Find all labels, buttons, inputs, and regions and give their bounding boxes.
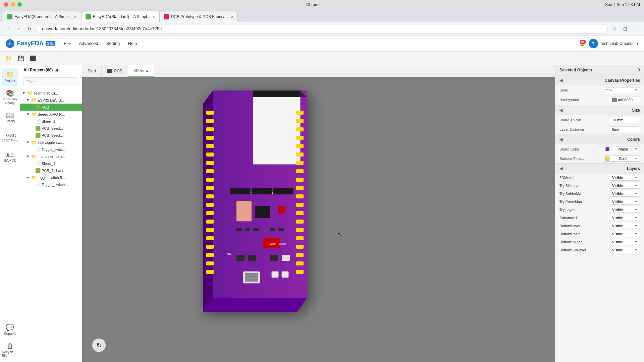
tab-pcb-label: PCB (114, 69, 122, 73)
menu-advanced[interactable]: Advanced (75, 40, 102, 47)
tree-item-toggle-switch[interactable]: 📄 Toggle_switc... (20, 146, 82, 153)
tab-3dview[interactable]: 3D View (128, 65, 154, 77)
tree-label-sheet1b: Sheet_1 (42, 162, 55, 166)
toolbar-open-button[interactable]: 📁 (4, 54, 13, 63)
project-filter-input[interactable] (23, 77, 78, 86)
colors-section: ◀ Colors Board Color Purple ▼ Surface Fi… (555, 134, 644, 164)
project-tree: ▼ 📁 Technolab Cr... ▼ 📁 ESP32 DEV B... 🟩… (20, 88, 82, 362)
layer-select-toplayer[interactable]: Visible ▼ (610, 207, 640, 213)
background-value[interactable]: #808080 (610, 97, 640, 103)
tree-item-toggleswitch5[interactable]: ▼ 📁 toggle switch 5... (20, 174, 82, 181)
jlcpcb-icon: JLC (6, 153, 14, 158)
canvas-properties-header[interactable]: ◀ Canvas Properties (555, 75, 644, 85)
layers-header[interactable]: ◀ Layers (555, 164, 644, 174)
sidebar-item-library[interactable]: 📖 Library (2, 108, 18, 127)
project-icon: 📁 (6, 71, 14, 78)
reload-button[interactable]: ↻ (25, 25, 34, 33)
back-button[interactable]: ‹ (4, 25, 12, 33)
svg-rect-23 (206, 236, 214, 240)
minimize-window-button[interactable] (11, 2, 15, 7)
surface-finish-select[interactable]: Gold ▼ (603, 156, 640, 162)
svg-rect-38 (296, 194, 304, 198)
menu-button[interactable]: ⋮ (632, 25, 640, 33)
units-label: Units (559, 88, 568, 92)
layer-select-substrate1[interactable]: Visible ▼ (610, 215, 640, 221)
url-input[interactable]: easyeda.com/editor#id=dacf1330207343fea2… (36, 24, 608, 34)
layer-arrow-topsolderma: ▼ (635, 192, 638, 195)
layer-distance-value[interactable]: 0mm (610, 126, 640, 132)
sidebar-item-recycle[interactable]: 🗑 Recycle Bin (2, 341, 18, 359)
layer-arrow-substrate1: ▼ (635, 216, 638, 220)
tree-item-555toggle[interactable]: ▼ 📁 555 toggle swi... (20, 139, 82, 146)
panel-search[interactable] (20, 75, 82, 88)
layer-value-topsolderma: Visible (612, 192, 623, 196)
layer-select-bottomsilk[interactable]: Visible ▼ (610, 247, 640, 253)
selected-objects-header[interactable]: Selected Objects 0 (555, 65, 644, 75)
layer-select-topsilk[interactable]: Visible ▼ (610, 183, 640, 189)
tree-item-4channel[interactable]: ▼ 📁 4 channel hom... (20, 153, 82, 160)
sidebar-label-support: Support (4, 332, 16, 336)
units-select[interactable]: mm ▼ (603, 87, 640, 93)
colors-header[interactable]: ◀ Colors (555, 134, 644, 144)
maximize-window-button[interactable] (17, 2, 22, 7)
svg-rect-15 (206, 169, 214, 173)
forward-button[interactable]: › (15, 25, 23, 33)
bookmark-button[interactable]: ☆ (610, 25, 619, 33)
sidebar-item-jlcpcb[interactable]: JLC JLCPCB (2, 148, 18, 167)
panel-filter-icon[interactable]: ⊞ (55, 68, 58, 72)
tab-close-2[interactable]: × (152, 14, 155, 19)
board-thickness-value[interactable]: 1.6mm (610, 117, 640, 123)
menu-file[interactable]: File (60, 40, 74, 47)
chrome-tab-3[interactable]: PCB Prototype & PCB Fabrica... × (159, 11, 238, 22)
user-info[interactable]: T Technolab Creation ▾ (589, 39, 639, 48)
logo-icon: E (5, 39, 15, 48)
sidebar-item-support[interactable]: 💬 Support (2, 320, 18, 339)
toolbar-layers-button[interactable]: ⬛ (28, 54, 38, 63)
layer-select-3dmodel[interactable]: Visible ▼ (610, 175, 640, 181)
chrome-tab-1[interactable]: EasyEDA(Standard) – A Simpl... × (3, 11, 81, 22)
menu-help[interactable]: Help (124, 40, 140, 47)
layer-row-substrate1: Substrate1 Visible ▼ (555, 214, 644, 222)
sidebar-item-lcsc[interactable]: LGSC LCSC Parts (2, 128, 18, 147)
tree-item-toggleswitchl[interactable]: 📄 Toggle_switchL... (20, 181, 82, 188)
svg-rect-27 (206, 270, 214, 274)
new-tab-button[interactable]: + (239, 12, 249, 22)
tree-item-sheet1b[interactable]: 📄 Sheet_1 (20, 160, 82, 167)
tree-item-seeed[interactable]: ▼ 📁 Seeed XIAO R... (20, 111, 82, 118)
tree-item-pcbseed2[interactable]: 🟩 PCB_Seed... (20, 132, 82, 139)
tree-item-pcb4chan[interactable]: 🟩 PCB_4 chann... (20, 167, 82, 174)
layer-select-bottomsolder[interactable]: Visible ▼ (610, 239, 640, 245)
tree-item-sheet1[interactable]: 📄 Sheet_1 (20, 118, 82, 125)
tree-item-esp32[interactable]: ▼ 📁 ESP32 DEV B... (20, 97, 82, 104)
chrome-tab-2[interactable]: EasyEDA(Standard) – A Simpl... × (81, 11, 160, 22)
extension-button[interactable]: ⊡ (621, 25, 629, 33)
project-panel: All Projects(60) ⊞ ▼ 📁 Technolab Cr... ▼… (20, 65, 82, 362)
sidebar-label-commonly: Commonly Library (2, 98, 18, 105)
tree-item-pcbseed1[interactable]: 🟩 PCB_Seed... (20, 125, 82, 132)
tab-start[interactable]: Start (82, 65, 102, 77)
tab-close-3[interactable]: × (231, 14, 233, 19)
canvas[interactable]: technolab creation Power (82, 77, 555, 362)
mac-window-controls[interactable] (4, 2, 22, 7)
rotate-view-button[interactable]: ↻ (92, 339, 106, 352)
layer-value-bottomsilk: Visible (612, 248, 623, 252)
notification-badge: 9+ (580, 40, 586, 44)
board-color-select[interactable]: Purple ▼ (603, 146, 640, 152)
layer-select-bottompaste[interactable]: Visible ▼ (610, 231, 640, 237)
sidebar-item-project[interactable]: 📁 Project (2, 68, 18, 86)
menu-setting[interactable]: Setting (103, 40, 123, 47)
layer-select-toppastemas[interactable]: Visible ▼ (610, 199, 640, 205)
sidebar-item-commonly-library[interactable]: 📚 Commonly Library (2, 88, 18, 107)
tab-close-1[interactable]: × (74, 14, 76, 19)
toolbar-save-button[interactable]: 💾 (16, 54, 25, 63)
sidebar-label-library: Library (5, 119, 15, 123)
layer-select-topsolderma[interactable]: Visible ▼ (610, 191, 640, 197)
size-header[interactable]: ◀ Size (555, 105, 644, 115)
svg-rect-52 (236, 201, 252, 221)
tree-item-technolab[interactable]: ▼ 📁 Technolab Cr... (20, 89, 82, 97)
layer-select-bottomlayer[interactable]: Visible ▼ (610, 223, 640, 229)
close-window-button[interactable] (4, 2, 8, 7)
tree-item-pcb-active[interactable]: 🟩 PCB (20, 104, 82, 111)
notification-button[interactable]: 🔔 9+ (580, 41, 585, 46)
tab-pcb[interactable]: ⬛ PCB (102, 65, 128, 77)
